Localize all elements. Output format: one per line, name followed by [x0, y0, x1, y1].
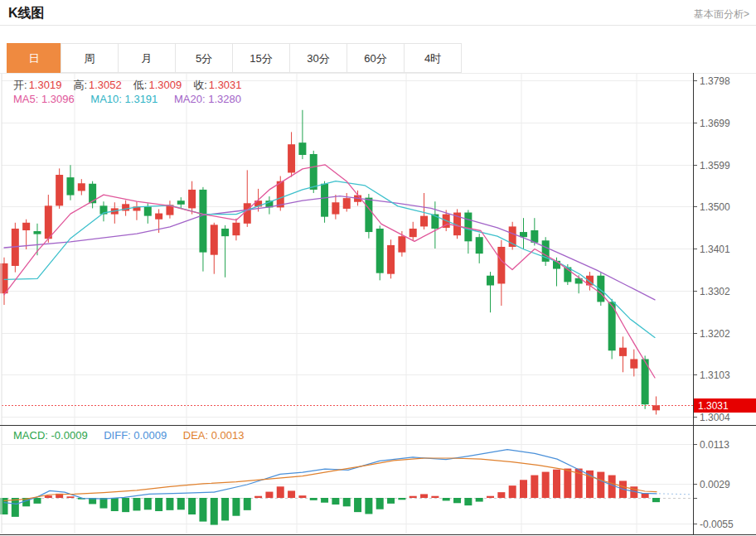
diff-value: 0.0009 — [133, 429, 167, 442]
candle-body — [652, 405, 660, 410]
high-value: 1.3052 — [89, 79, 122, 91]
macd-bar — [520, 480, 527, 498]
candle-body — [277, 181, 284, 208]
macd-bar — [12, 498, 19, 517]
macd-bar — [553, 470, 560, 498]
macd-bar — [298, 495, 306, 498]
macd-bar — [45, 495, 52, 498]
macd-bar — [531, 476, 538, 498]
candle-body — [177, 200, 185, 205]
ma10-group: MA10: 1.3191 — [90, 93, 158, 105]
candle-body — [211, 225, 218, 254]
macd-bar — [33, 498, 41, 504]
macd-bar — [487, 496, 494, 498]
macd-bar — [652, 498, 660, 502]
y-axis-label: 1.3103 — [700, 369, 730, 381]
ma10-line — [4, 181, 655, 338]
macd-bar — [410, 496, 417, 498]
candle-body — [487, 276, 494, 286]
macd-bar — [122, 498, 129, 512]
candle-body — [376, 229, 384, 273]
ma10-value: 1.3191 — [125, 93, 158, 105]
macd-bar — [464, 498, 472, 505]
macd-bar — [642, 493, 649, 498]
y-axis-label: 1.3798 — [700, 75, 730, 87]
macd-axis-label: 0.0113 — [700, 439, 729, 451]
macd-group: MACD: -0.0009 — [13, 429, 88, 442]
macd-bar — [542, 472, 550, 498]
macd-bar — [188, 498, 196, 514]
candle-body — [56, 175, 63, 205]
macd-bar — [365, 498, 372, 514]
candle-body — [33, 231, 41, 234]
diff-label: DIFF: — [104, 429, 131, 442]
candle-body — [288, 144, 295, 172]
macd-bar — [211, 498, 218, 525]
candle-body — [619, 348, 627, 356]
ma5-label: MA5: — [13, 93, 38, 105]
candle-body — [144, 206, 152, 215]
ma5-group: MA5: 1.3096 — [13, 93, 75, 105]
macd-bar — [133, 498, 140, 510]
open-value: 1.3019 — [29, 79, 62, 91]
candle-body — [221, 229, 229, 236]
diff-group: DIFF: 0.0009 — [104, 429, 167, 442]
ma10-label: MA10: — [90, 93, 122, 105]
macd-bar — [265, 492, 273, 498]
candle-body — [89, 184, 96, 204]
macd-bar — [509, 485, 516, 498]
y-axis-label: 1.3302 — [700, 286, 730, 297]
macd-bar — [431, 496, 439, 498]
candle-body — [232, 223, 240, 235]
macd-bar — [332, 498, 339, 505]
macd-bar — [99, 498, 107, 509]
y-axis-label: 1.3004 — [700, 412, 730, 423]
ma5-value: 1.3096 — [41, 93, 75, 105]
macd-bar — [277, 486, 284, 498]
diff-line-tail — [659, 494, 691, 495]
macd-axis-label: -0.0055 — [700, 519, 734, 530]
macd-bar — [288, 490, 295, 498]
y-axis-label: 1.3500 — [700, 201, 730, 213]
macd-bar — [376, 498, 384, 509]
ma5-line — [4, 165, 655, 378]
macd-bar — [66, 496, 74, 498]
dea-value: 0.0013 — [211, 429, 245, 442]
macd-bar — [564, 469, 571, 498]
candle-body — [188, 190, 196, 208]
macd-bar — [166, 498, 173, 510]
candle-body — [343, 198, 351, 209]
macd-label: MACD: — [13, 429, 48, 442]
macd-bar — [476, 498, 483, 502]
macd-bar — [232, 498, 240, 516]
ma20-label: MA20: — [174, 93, 206, 105]
candle-body — [332, 202, 339, 214]
macd-bar — [111, 498, 119, 511]
macd-bar — [597, 472, 604, 498]
macd-bar — [254, 496, 262, 498]
candle-body — [45, 205, 52, 239]
dea-group: DEA: 0.0013 — [183, 429, 245, 442]
macd-bar — [343, 498, 351, 506]
ma20-group: MA20: 1.3280 — [174, 93, 241, 105]
macd-bar — [177, 498, 185, 509]
candle-body — [476, 237, 483, 254]
candle-body — [398, 236, 405, 252]
macd-bar — [497, 492, 505, 498]
candle-body — [298, 142, 306, 155]
macd-bar — [144, 498, 152, 509]
high-label: 高: — [73, 79, 87, 91]
y-axis-label: 1.3401 — [700, 244, 730, 255]
candle-body — [630, 359, 637, 368]
ma-legend: MA5: 1.3096 MA10: 1.3191 MA20: 1.3280 — [13, 93, 254, 105]
macd-bar — [453, 498, 461, 503]
close-value: 1.3031 — [209, 79, 242, 91]
macd-bar — [321, 498, 328, 503]
low-label: 低: — [133, 79, 148, 91]
macd-legend: MACD: -0.0009 DIFF: 0.0009 DEA: 0.0013 — [13, 429, 257, 442]
candle-body — [410, 229, 417, 237]
candle-body — [464, 213, 472, 242]
price-badge-label: 1.3031 — [698, 400, 729, 412]
candle-body — [199, 190, 206, 253]
candle-body — [22, 223, 30, 230]
